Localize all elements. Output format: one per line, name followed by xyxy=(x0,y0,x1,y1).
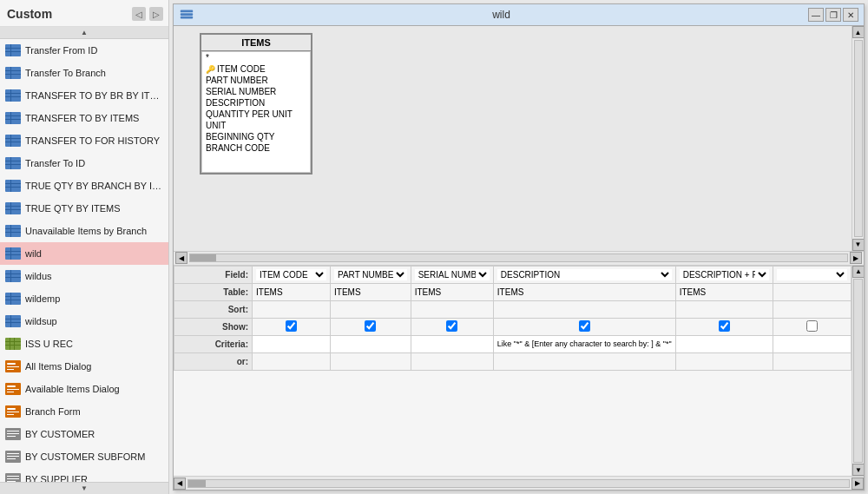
form-icon xyxy=(5,381,21,397)
grid-show-col-5[interactable] xyxy=(773,318,851,335)
grid-criteria-col-2[interactable] xyxy=(411,335,493,352)
field-dropdown-5[interactable] xyxy=(777,269,847,280)
items-field-unit[interactable]: UNIT xyxy=(202,120,310,131)
items-field-description[interactable]: DESCRIPTION xyxy=(202,97,310,109)
sidebar-item-iss-u-rec[interactable]: ISS U REC xyxy=(0,333,168,355)
items-field-serial-number[interactable]: SERIAL NUMBER xyxy=(202,86,310,97)
grid-show-checkbox-2[interactable] xyxy=(446,320,457,332)
sidebar-item-label-unavailable-items-by-branch: Unavailable Items by Branch xyxy=(25,226,147,236)
svg-rect-23 xyxy=(10,157,11,169)
svg-rect-13 xyxy=(5,115,21,116)
sidebar-item-by-supplier[interactable]: BY SUPPLIER xyxy=(0,468,168,482)
sidebar-item-unavailable-items-by-branch[interactable]: Unavailable Items by Branch xyxy=(0,220,168,242)
sidebar-item-label-wildemp: wildemp xyxy=(25,293,60,304)
sidebar-item-all-items-dialog[interactable]: All Items Dialog xyxy=(0,355,168,378)
sidebar-item-transfer-to-by-br-by-items[interactable]: TRANSFER TO BY BR BY ITEMS xyxy=(0,84,168,107)
grid-field-col-0[interactable]: ITEM CODE xyxy=(253,266,331,283)
sidebar-title: Custom xyxy=(7,7,52,21)
window-minimize-btn[interactable]: — xyxy=(808,8,824,22)
sidebar-item-available-items-dialog[interactable]: Available Items Dialog xyxy=(0,378,168,400)
top-hscroll-left[interactable]: ◀ xyxy=(175,252,187,264)
grid-criteria-col-4[interactable] xyxy=(675,335,773,352)
sidebar-item-transfer-to-id[interactable]: Transfer To ID xyxy=(0,152,168,175)
table-icon xyxy=(5,88,21,103)
svg-rect-32 xyxy=(5,225,21,237)
grid-hscroll[interactable]: ◀ ▶ xyxy=(174,476,864,490)
window-close-btn[interactable]: ✕ xyxy=(843,8,858,22)
top-vscroll[interactable]: ▲ ▼ xyxy=(852,26,864,251)
items-field-item-code[interactable]: 🔑ITEM CODE xyxy=(202,63,310,75)
window-restore-btn[interactable]: ❐ xyxy=(825,8,841,22)
items-field-branch-code[interactable]: BRANCH CODE xyxy=(202,142,310,154)
items-field-part-number[interactable]: PART NUMBER xyxy=(202,75,310,86)
grid-hscroll-left[interactable]: ◀ xyxy=(174,478,186,490)
sidebar-scroll-area: Transfer From IDTransfer To BranchTRANSF… xyxy=(0,39,168,482)
sidebar-collapse-icon[interactable]: ◁ xyxy=(132,7,146,21)
grid-show-checkbox-3[interactable] xyxy=(579,320,590,332)
field-dropdown-4[interactable]: DESCRIPTION + PART NUMBER xyxy=(680,269,769,280)
sidebar-item-wildus[interactable]: wildus xyxy=(0,265,168,287)
grid-show-checkbox-4[interactable] xyxy=(719,320,730,332)
top-hscroll-right[interactable]: ▶ xyxy=(850,252,862,264)
table-icon xyxy=(5,43,21,58)
sidebar-item-by-customer-subform[interactable]: BY CUSTOMER SUBFORM xyxy=(0,445,168,468)
grid-criteria-col-5[interactable] xyxy=(773,335,851,352)
sidebar-item-wild[interactable]: wild xyxy=(0,242,168,265)
grid-vscroll[interactable]: ▲ ▼ xyxy=(852,266,864,477)
grid-field-col-5[interactable] xyxy=(773,266,851,283)
window-content: ▲ ▼ ITEMS *🔑ITEM CODEPART NUMBERSERIAL N… xyxy=(174,26,864,490)
sidebar-item-transfer-to-branch[interactable]: Transfer To Branch xyxy=(0,62,168,84)
grid-show-col-3[interactable] xyxy=(493,318,675,335)
sidebar-expand-icon[interactable]: ▷ xyxy=(149,7,163,21)
grid-show-col-4[interactable] xyxy=(675,318,773,335)
sidebar-item-label-transfer-to-by-br-by-items: TRANSFER TO BY BR BY ITEMS xyxy=(25,90,163,101)
query-grid-scroll[interactable]: Field:ITEM CODEPART NUMBERSERIAL NUMBERD… xyxy=(174,266,852,477)
sidebar-item-transfer-from-id[interactable]: Transfer From ID xyxy=(0,39,168,62)
sidebar-item-branch-form[interactable]: Branch Form xyxy=(0,400,168,423)
items-field-quantity-per-unit[interactable]: QUANTITY PER UNIT xyxy=(202,109,310,120)
top-vscroll-up[interactable]: ▲ xyxy=(852,26,865,38)
grid-show-checkbox-1[interactable] xyxy=(365,320,376,332)
items-field-*[interactable]: * xyxy=(202,52,310,63)
field-dropdown-0[interactable]: ITEM CODE xyxy=(256,269,326,280)
svg-rect-8 xyxy=(5,89,21,102)
grid-vscroll-up[interactable]: ▲ xyxy=(852,266,864,278)
field-dropdown-1[interactable]: PART NUMBER xyxy=(334,269,407,280)
items-field-beginning-qty[interactable]: BEGINNING QTY xyxy=(202,131,310,142)
sidebar-item-by-customer[interactable]: BY CUSTOMER xyxy=(0,423,168,445)
query-window: wild — ❐ ✕ ▲ ▼ xyxy=(173,3,865,491)
grid-show-checkbox-5[interactable] xyxy=(806,320,818,332)
sidebar-scroll-up[interactable]: ▲ xyxy=(0,27,168,39)
grid-hscroll-right[interactable]: ▶ xyxy=(852,478,864,490)
grid-field-col-1[interactable]: PART NUMBER xyxy=(331,266,411,283)
field-dropdown-2[interactable]: SERIAL NUMBER xyxy=(415,269,490,280)
grid-show-col-2[interactable] xyxy=(411,318,493,335)
svg-rect-68 xyxy=(7,414,14,415)
svg-rect-60 xyxy=(7,369,14,370)
sidebar-item-transfer-to-by-items[interactable]: TRANSFER TO BY ITEMS xyxy=(0,107,168,129)
grid-show-col-0[interactable] xyxy=(253,318,331,335)
grid-sort-col-5 xyxy=(773,300,851,318)
grid-sort-col-3 xyxy=(493,300,675,318)
top-hscroll[interactable]: ◀ ▶ xyxy=(174,251,864,265)
sidebar-scroll-down[interactable]: ▼ xyxy=(0,482,168,494)
grid-criteria-col-3[interactable]: Like "*" & [Enter any character to searc… xyxy=(493,335,675,352)
grid-vscroll-down[interactable]: ▼ xyxy=(852,464,864,476)
svg-rect-7 xyxy=(10,67,11,79)
sidebar-item-transfer-to-for-history[interactable]: TRANSFER TO FOR HISTORY xyxy=(0,129,168,152)
sidebar-item-true-qty-by-branch-by-item[interactable]: TRUE QTY BY BRANCH BY ITEM xyxy=(0,175,168,197)
grid-field-col-3[interactable]: DESCRIPTION xyxy=(493,266,675,283)
table-icon xyxy=(5,291,21,306)
sidebar-item-true-qty-by-items[interactable]: TRUE QTY BY ITEMS xyxy=(0,197,168,220)
grid-criteria-col-0[interactable] xyxy=(253,335,331,352)
grid-show-col-1[interactable] xyxy=(331,318,411,335)
field-dropdown-3[interactable]: DESCRIPTION xyxy=(497,269,672,280)
sidebar-item-wildsup[interactable]: wildsup xyxy=(0,310,168,333)
grid-field-col-2[interactable]: SERIAL NUMBER xyxy=(411,266,493,283)
grid-show-checkbox-0[interactable] xyxy=(286,320,297,332)
top-hscroll-track[interactable] xyxy=(189,254,848,262)
grid-field-col-4[interactable]: DESCRIPTION + PART NUMBER xyxy=(675,266,773,283)
sidebar-item-wildemp[interactable]: wildemp xyxy=(0,287,168,310)
grid-criteria-col-1[interactable] xyxy=(331,335,411,352)
top-vscroll-down[interactable]: ▼ xyxy=(852,239,865,251)
